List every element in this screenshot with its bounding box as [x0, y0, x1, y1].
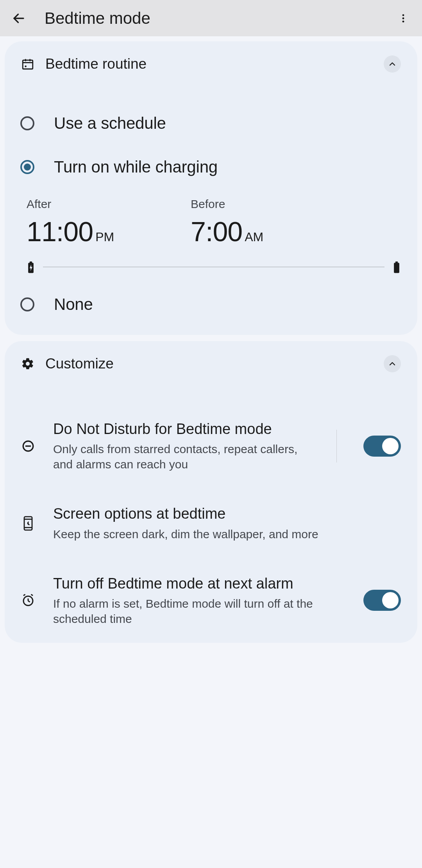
setting-title: Screen options at bedtime: [53, 505, 401, 523]
svg-line-22: [23, 594, 25, 596]
svg-rect-13: [395, 261, 398, 263]
setting-text: Do Not Disturb for Bedtime mode Only cal…: [53, 420, 318, 472]
setting-subtitle: Keep the screen dark, dim the wallpaper,…: [53, 527, 401, 542]
radio-turn-on-while-charging[interactable]: Turn on while charging: [21, 145, 401, 189]
before-time-value: 7:00: [191, 216, 242, 247]
setting-do-not-disturb[interactable]: Do Not Disturb for Bedtime mode Only cal…: [21, 404, 401, 488]
before-time-ampm: AM: [245, 230, 263, 244]
alarm-icon: [21, 593, 35, 607]
slider-track: [43, 267, 384, 267]
customize-card: Customize Do Not Disturb for Bedtime mod…: [5, 341, 417, 643]
more-vertical-icon: [398, 13, 409, 24]
section-title: Bedtime routine: [45, 56, 373, 72]
gear-icon: [21, 357, 34, 370]
svg-point-1: [402, 14, 404, 16]
setting-title: Turn off Bedtime mode at next alarm: [53, 575, 338, 592]
customize-header[interactable]: Customize: [21, 341, 401, 386]
collapse-button[interactable]: [384, 355, 401, 372]
before-time[interactable]: Before 7:00 AM: [191, 197, 401, 247]
calendar-icon: [21, 57, 34, 71]
radio-use-schedule[interactable]: Use a schedule: [21, 101, 401, 145]
do-not-disturb-icon: [21, 439, 35, 453]
after-label: After: [27, 197, 191, 211]
svg-line-21: [28, 601, 30, 602]
phone-screen-icon: [21, 516, 35, 530]
after-time-ampm: PM: [95, 230, 114, 244]
after-time-value: 11:00: [27, 216, 93, 247]
radio-label: None: [54, 295, 93, 314]
svg-rect-12: [394, 263, 399, 273]
vertical-divider: [336, 430, 337, 462]
after-time[interactable]: After 11:00 PM: [27, 197, 191, 247]
svg-point-3: [402, 20, 404, 22]
collapse-button[interactable]: [384, 55, 401, 73]
setting-screen-options[interactable]: Screen options at bedtime Keep the scree…: [21, 488, 401, 558]
alarm-off-toggle[interactable]: [363, 590, 401, 611]
setting-subtitle: If no alarm is set, Bedtime mode will tu…: [53, 596, 338, 626]
page-title: Bedtime mode: [45, 9, 392, 28]
back-button[interactable]: [8, 7, 30, 29]
svg-rect-10: [30, 261, 32, 263]
setting-turn-off-at-alarm[interactable]: Turn off Bedtime mode at next alarm If n…: [21, 558, 401, 643]
battery-charging-icon: [27, 261, 34, 272]
radio-label: Turn on while charging: [54, 158, 218, 176]
bedtime-routine-card: Bedtime routine Use a schedule Turn on w…: [5, 41, 417, 335]
chevron-up-icon: [388, 59, 397, 69]
setting-text: Screen options at bedtime Keep the scree…: [53, 505, 401, 542]
svg-line-23: [31, 594, 33, 596]
time-range-slider[interactable]: [27, 261, 401, 272]
radio-button-selected: [20, 160, 34, 174]
battery-full-icon: [393, 261, 400, 272]
chevron-up-icon: [388, 359, 397, 368]
setting-title: Do Not Disturb for Bedtime mode: [53, 420, 311, 438]
radio-button: [20, 116, 34, 130]
svg-point-2: [402, 17, 404, 19]
svg-rect-4: [23, 60, 33, 69]
setting-text: Turn off Bedtime mode at next alarm If n…: [53, 575, 345, 626]
arrow-back-icon: [12, 11, 26, 25]
svg-point-8: [25, 66, 27, 68]
bedtime-routine-header[interactable]: Bedtime routine: [21, 41, 401, 87]
overflow-menu-button[interactable]: [392, 7, 414, 29]
radio-none[interactable]: None: [21, 283, 401, 326]
before-label: Before: [191, 197, 401, 211]
app-bar: Bedtime mode: [0, 0, 422, 36]
time-range-block: After 11:00 PM Before 7:00 AM: [21, 189, 401, 276]
setting-subtitle: Only calls from starred contacts, repeat…: [53, 442, 311, 472]
radio-button: [20, 297, 34, 311]
dnd-toggle[interactable]: [363, 436, 401, 457]
radio-label: Use a schedule: [54, 114, 166, 133]
section-title: Customize: [45, 356, 373, 372]
